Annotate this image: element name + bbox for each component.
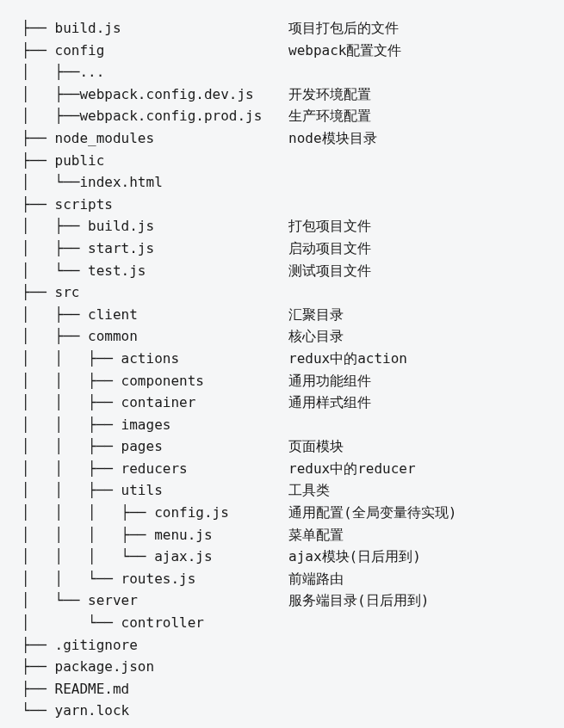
tree-item-name: │ ├── common [22, 325, 288, 348]
tree-item-name: │ │ │ └── ajax.js [22, 546, 288, 568]
tree-row: │ ├── start.js启动项目文件 [22, 238, 542, 260]
tree-row: │ │ ├── components通用功能组件 [22, 370, 542, 392]
tree-item-desc: 测试项目文件 [288, 260, 371, 282]
tree-row: │ │ │ ├── config.js通用配置(全局变量待实现) [22, 502, 542, 524]
tree-row: │ └── server服务端目录(日后用到) [22, 589, 542, 612]
tree-item-name: ├── config [22, 40, 288, 62]
tree-row: ├── .gitignore [22, 634, 542, 657]
tree-row: │ └── controller [22, 612, 542, 634]
tree-item-name: │ ├──... [22, 61, 288, 83]
tree-row: │ │ ├── actionsredux中的action [22, 348, 542, 370]
tree-item-name: │ ├──webpack.config.prod.js [22, 105, 288, 127]
tree-item-name: │ └──index.html [22, 171, 288, 194]
tree-item-name: │ └── controller [22, 612, 288, 634]
tree-row: └── yarn.lock [22, 700, 542, 722]
tree-row: │ │ ├── reducersredux中的reducer [22, 458, 542, 480]
tree-row: ├── package.json [22, 656, 542, 678]
tree-row: │ ├──webpack.config.dev.js开发环境配置 [22, 83, 542, 106]
tree-item-name: │ │ ├── reducers [22, 458, 288, 480]
tree-row: │ └── test.js测试项目文件 [22, 260, 542, 282]
tree-item-name: │ │ │ ├── menu.js [22, 524, 288, 546]
tree-row: ├── public [22, 150, 542, 172]
tree-row: ├── configwebpack配置文件 [22, 40, 542, 62]
tree-row: │ ├──webpack.config.prod.js生产环境配置 [22, 105, 542, 127]
tree-item-desc: webpack配置文件 [288, 40, 401, 62]
tree-item-desc: 通用样式组件 [288, 392, 371, 414]
tree-item-name: │ │ ├── components [22, 370, 288, 392]
tree-item-desc: 启动项目文件 [288, 238, 371, 260]
tree-row: ├── src [22, 281, 542, 304]
tree-item-desc: 项目打包后的文件 [288, 17, 399, 40]
tree-item-desc: 通用配置(全局变量待实现) [288, 502, 456, 524]
tree-item-name: │ └── server [22, 589, 288, 612]
tree-item-name: ├── .gitignore [22, 634, 288, 657]
tree-item-desc: 开发环境配置 [288, 83, 371, 106]
tree-item-name: ├── public [22, 150, 288, 172]
tree-item-name: │ ├── start.js [22, 238, 288, 260]
tree-item-desc: 页面模块 [288, 435, 344, 458]
tree-item-desc: 打包项目文件 [288, 215, 371, 238]
tree-row: │ ├── common核心目录 [22, 325, 542, 348]
tree-item-desc: redux中的action [288, 348, 407, 370]
tree-item-name: │ │ ├── images [22, 414, 288, 436]
tree-item-desc: 菜单配置 [288, 524, 344, 546]
tree-row: ├── build.js项目打包后的文件 [22, 17, 542, 40]
tree-item-name: │ ├── build.js [22, 215, 288, 238]
tree-item-name: │ │ ├── actions [22, 348, 288, 370]
tree-row: │ └──index.html [22, 171, 542, 194]
tree-item-desc: redux中的reducer [288, 458, 416, 480]
tree-item-name: ├── scripts [22, 194, 288, 216]
tree-row: │ │ │ ├── menu.js菜单配置 [22, 524, 542, 546]
tree-item-name: ├── build.js [22, 17, 288, 40]
tree-row: │ ├── client汇聚目录 [22, 304, 542, 326]
tree-item-desc: 通用功能组件 [288, 370, 371, 392]
tree-item-name: │ ├── client [22, 304, 288, 326]
tree-item-desc: node模块目录 [288, 127, 377, 150]
tree-item-desc: 前端路由 [288, 568, 344, 590]
tree-item-name: ├── src [22, 281, 288, 304]
tree-row: ├── scripts [22, 194, 542, 216]
tree-item-name: ├── package.json [22, 656, 288, 678]
tree-item-desc: 工具类 [288, 479, 330, 502]
tree-row: ├── node_modulesnode模块目录 [22, 127, 542, 150]
tree-item-name: │ │ ├── container [22, 392, 288, 414]
tree-item-name: │ │ ├── utils [22, 479, 288, 502]
tree-row: │ │ ├── utils工具类 [22, 479, 542, 502]
tree-item-name: ├── README.md [22, 678, 288, 700]
tree-item-name: │ │ ├── pages [22, 435, 288, 458]
tree-item-name: └── yarn.lock [22, 700, 288, 722]
tree-row: │ │ │ └── ajax.jsajax模块(日后用到) [22, 546, 542, 568]
tree-item-desc: 生产环境配置 [288, 105, 371, 127]
tree-row: │ │ ├── pages页面模块 [22, 435, 542, 458]
tree-item-desc: ajax模块(日后用到) [288, 546, 421, 568]
tree-row: │ │ └── routes.js前端路由 [22, 568, 542, 590]
tree-item-desc: 服务端目录(日后用到) [288, 589, 429, 612]
tree-item-name: │ ├──webpack.config.dev.js [22, 83, 288, 106]
tree-item-name: │ └── test.js [22, 260, 288, 282]
tree-item-desc: 汇聚目录 [288, 304, 344, 326]
tree-row: │ ├──... [22, 61, 542, 83]
tree-row: ├── README.md [22, 678, 542, 700]
tree-row: │ │ ├── images [22, 414, 542, 436]
directory-tree: ├── build.js项目打包后的文件├── configwebpack配置文… [22, 17, 542, 722]
tree-row: │ │ ├── container通用样式组件 [22, 392, 542, 414]
tree-item-desc: 核心目录 [288, 325, 344, 348]
tree-item-name: ├── node_modules [22, 127, 288, 150]
tree-row: │ ├── build.js打包项目文件 [22, 215, 542, 238]
tree-item-name: │ │ └── routes.js [22, 568, 288, 590]
tree-item-name: │ │ │ ├── config.js [22, 502, 288, 524]
